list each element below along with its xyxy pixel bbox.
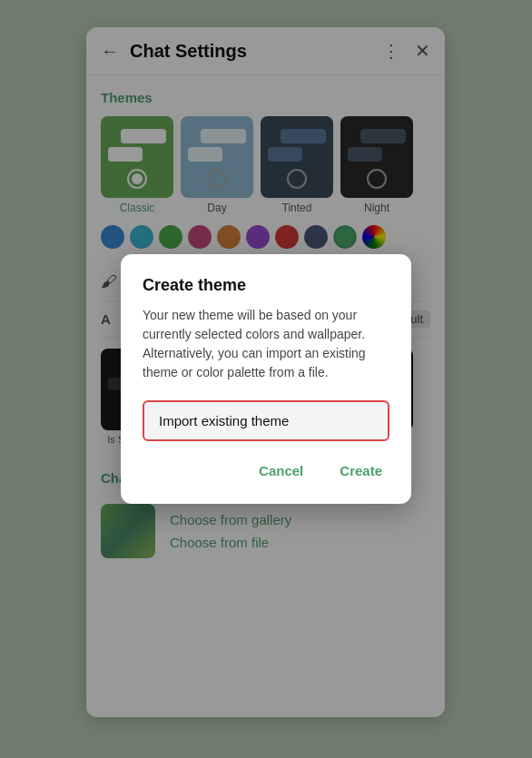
create-theme-modal: Create theme Your new theme will be base… [121,254,411,504]
import-existing-theme-button[interactable]: Import existing theme [143,400,389,441]
create-button[interactable]: Create [332,459,389,482]
modal-title: Create theme [143,276,389,295]
modal-actions: Cancel Create [143,459,389,482]
modal-body: Your new theme will be based on your cur… [143,306,389,382]
cancel-button[interactable]: Cancel [251,459,310,482]
modal-overlay: Create theme Your new theme will be base… [0,0,532,758]
